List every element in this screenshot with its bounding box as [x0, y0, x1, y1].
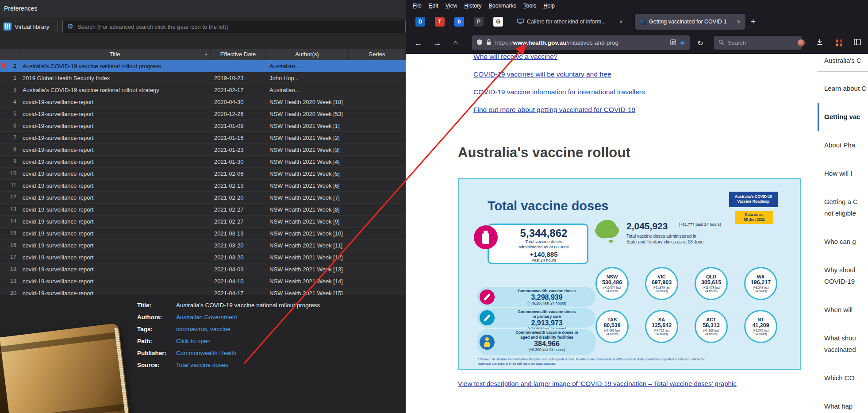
table-row[interactable]: 6covid-19-surveillance-report2021-01-09N…: [0, 120, 406, 132]
browser-search-input[interactable]: Search: [714, 36, 802, 50]
new-tab-button[interactable]: +: [751, 17, 756, 27]
extension-icon[interactable]: [836, 39, 842, 46]
table-row[interactable]: 19covid-19-surveillance-report2021-04-10…: [0, 275, 406, 287]
menu-tools[interactable]: Tools: [520, 1, 540, 10]
reload-button[interactable]: ↻: [694, 39, 707, 47]
column-header-index[interactable]: [0, 49, 19, 60]
search-input[interactable]: ⚙ Search (For advanced search click the …: [62, 20, 406, 33]
pinned-tab-t-icon[interactable]: T: [435, 17, 445, 27]
state-value: 305,615: [701, 279, 721, 286]
account-avatar[interactable]: [798, 39, 805, 46]
table-row[interactable]: 18covid-19-surveillance-report2021-04-03…: [0, 263, 406, 275]
table-row[interactable]: 11covid-19-surveillance-report2021-02-13…: [0, 180, 406, 192]
table-row[interactable]: 5covid-19-surveillance-report2020-12-26N…: [0, 108, 406, 120]
table-row[interactable]: 7covid-19-surveillance-report2021-01-16N…: [0, 132, 406, 144]
states-total-caption: Total vaccine doses administered in Stat…: [626, 233, 703, 245]
lock-icon[interactable]: [486, 39, 492, 46]
table-row[interactable]: 8covid-19-surveillance-report2021-01-23N…: [0, 144, 406, 156]
tab-getting-vaccinated[interactable]: Getting vaccinated for COVID-1 ×: [635, 14, 745, 30]
cell-effective-date: 2021-04-10: [211, 278, 266, 285]
cell-title: covid-19-surveillance-report: [19, 218, 211, 225]
sidebar-item[interactable]: Learn about C: [813, 74, 868, 103]
table-row[interactable]: 10covid-19-surveillance-report2021-02-06…: [0, 168, 406, 180]
pinned-tab-g-icon[interactable]: G: [493, 17, 503, 27]
pinned-tab-b-icon[interactable]: b: [454, 17, 464, 27]
sidebar-parent-item[interactable]: Australia's C: [813, 54, 868, 64]
column-header-title[interactable]: Title ▲: [19, 49, 211, 60]
home-button[interactable]: ⌂: [449, 39, 462, 47]
page-link[interactable]: Find out more about getting vaccinated f…: [473, 106, 635, 114]
page-link[interactable]: COVID-19 vaccine information for interna…: [473, 88, 645, 96]
page-link[interactable]: Who will receive a vaccine?: [473, 54, 557, 61]
view-text-description-link[interactable]: View text description and larger image o…: [458, 380, 737, 387]
detail-source-link[interactable]: Total vaccine doses: [176, 359, 228, 371]
table-row[interactable]: 20covid-19-surveillance-report2021-04-17…: [0, 287, 406, 295]
gear-icon[interactable]: ⚙: [67, 23, 73, 30]
menu-help[interactable]: Help: [540, 1, 558, 10]
book-cover-image[interactable]: [0, 323, 131, 413]
state-delta: (+4,752 last 24 hours): [654, 329, 670, 336]
sidebar-toggle-icon[interactable]: [854, 39, 861, 47]
tab-close-icon[interactable]: ×: [736, 18, 741, 25]
sidebar-item[interactable]: Who can g: [813, 228, 868, 256]
sidebar-item[interactable]: About Pha: [813, 131, 868, 159]
table-row[interactable]: 14covid-19-surveillance-report2021-02-27…: [0, 216, 406, 228]
shield-icon[interactable]: [476, 39, 483, 47]
state-circle-tas: TAS80,538(+2,092 last 24 hours): [595, 310, 629, 343]
table-row[interactable]: 3Australia's COVID-19 vaccine national r…: [0, 84, 406, 96]
detail-tags-links[interactable]: coronavirus, vaccine: [176, 323, 230, 335]
back-button[interactable]: ←: [411, 38, 425, 47]
tab-close-icon[interactable]: ×: [618, 18, 624, 25]
page-link-item: COVID-19 vaccine information for interna…: [473, 83, 645, 101]
sidebar-item[interactable]: Getting a C not eligible: [813, 188, 868, 228]
reader-mode-icon[interactable]: [670, 39, 676, 46]
column-header-effective-date[interactable]: Effective Date: [211, 49, 266, 60]
cell-authors: NSW Health 2021 Week [13]: [266, 266, 406, 273]
table-row[interactable]: 15covid-19-surveillance-report2021-03-13…: [0, 228, 406, 239]
column-header-authors[interactable]: Author(s): [266, 49, 349, 60]
menu-bookmarks[interactable]: Bookmarks: [485, 1, 520, 10]
detail-authors-link[interactable]: Australian Government: [176, 311, 237, 323]
sidebar-item[interactable]: When will: [813, 296, 868, 324]
table-row[interactable]: 9covid-19-surveillance-report2021-01-30N…: [0, 156, 406, 168]
forward-button[interactable]: →: [430, 38, 444, 47]
downloads-icon[interactable]: [816, 39, 823, 47]
sidebar-item[interactable]: Getting vac: [818, 103, 868, 131]
vaccine-infographic: Total vaccine doses Australia's COVID-19…: [458, 178, 801, 370]
pinned-tab-p-icon[interactable]: P: [474, 17, 484, 27]
sidebar-item[interactable]: Why shoul COVID-19: [813, 256, 868, 296]
table-row[interactable]: 12covid-19-surveillance-report2021-02-20…: [0, 192, 406, 204]
virtual-library-button[interactable]: Virtual library: [2, 22, 51, 31]
table-row[interactable]: 4covid-19-surveillance-report2020-04-30N…: [0, 96, 406, 108]
table-row[interactable]: 17covid-19-surveillance-report2021-03-20…: [0, 251, 406, 263]
menu-edit[interactable]: Edit: [425, 1, 442, 10]
sidebar-item[interactable]: What shou vaccinated: [813, 324, 868, 364]
column-header-series[interactable]: Series: [349, 49, 406, 60]
page-link[interactable]: COVID-19 vaccines will be voluntary and …: [473, 70, 611, 78]
tab-calibre[interactable]: Calibre for other kind of inform... ×: [513, 14, 628, 30]
url-text[interactable]: https://www.health.gov.au/initiatives-an…: [495, 39, 667, 46]
detail-publisher-link[interactable]: Commonwealth Health: [176, 347, 237, 359]
sidebar-item[interactable]: How will I: [813, 159, 868, 188]
table-row[interactable]: 22019 Global Health Security Index2019-1…: [0, 72, 406, 84]
pinned-tab-d-icon[interactable]: D: [415, 17, 425, 27]
menu-file[interactable]: File: [409, 1, 425, 10]
table-row[interactable]: 16covid-19-surveillance-report2021-03-20…: [0, 239, 406, 251]
preferences-label[interactable]: Preferences: [4, 5, 37, 12]
bookmark-star-icon[interactable]: ★: [680, 39, 685, 47]
detail-path-link[interactable]: Click to open: [176, 335, 211, 347]
state-circle-act: ACT58,313(+1,283 last 24 hours): [695, 310, 728, 343]
sidebar-item[interactable]: What hap: [813, 392, 868, 413]
table-row[interactable]: 1Australia's COVID-19 vaccine national r…: [0, 60, 406, 72]
state-value: 58,313: [703, 322, 719, 328]
state-delta: (+3,349 last 24 hours): [753, 286, 769, 293]
sidebar-item[interactable]: Which CO: [813, 364, 868, 392]
row-number-cell: 16: [0, 239, 19, 251]
menu-view[interactable]: View: [442, 1, 461, 10]
calibre-window: Preferences Virtual library ⚙ Search (Fo…: [0, 0, 406, 413]
url-bar[interactable]: https://www.health.gov.au/initiatives-an…: [472, 35, 690, 50]
table-row[interactable]: 13covid-19-surveillance-report2021-02-27…: [0, 204, 406, 216]
row-number: 7: [13, 135, 16, 141]
menu-history[interactable]: History: [461, 1, 485, 10]
detail-tags-label: Tags:: [137, 323, 176, 335]
